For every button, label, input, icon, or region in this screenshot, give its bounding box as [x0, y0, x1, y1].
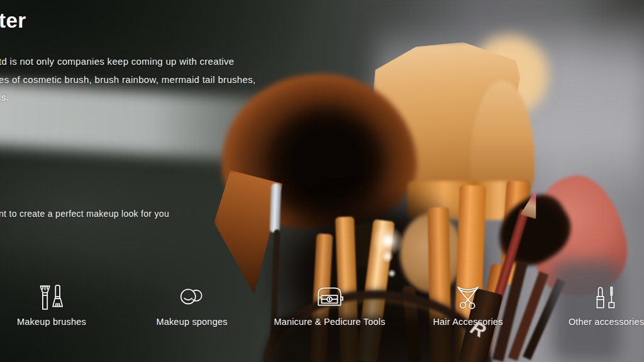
intro-line: ls. [0, 89, 255, 107]
page-title: ter [0, 9, 26, 33]
manicure-case-icon [315, 283, 344, 312]
category-makeup-brushes[interactable]: Makeup brushes [0, 283, 121, 327]
intro-paragraph: td is not only companies keep coming up … [0, 53, 255, 107]
photo-silver-ferrule [270, 184, 282, 233]
tagline-text: nt to create a perfect makeup look for y… [0, 209, 169, 219]
hero-section: R ter td is not only companies keep comi… [0, 0, 644, 362]
category-label: Hair Accessories [433, 317, 502, 327]
intro-line: es of cosmetic brush, brush rainbow, mer… [0, 71, 255, 89]
photo-bokeh-sparkle [381, 250, 394, 263]
category-label: Makeup brushes [17, 317, 86, 327]
category-other-accessories[interactable]: Other accessories [537, 283, 644, 327]
category-label: Manicure & Pedicure Tools [274, 317, 385, 327]
makeup-sponges-icon [177, 283, 206, 312]
intro-line: td is not only companies keep coming up … [0, 53, 255, 71]
category-label: Other accessories [569, 317, 644, 327]
photo-bokeh-sparkle [387, 269, 396, 278]
category-hair-accessories[interactable]: Hair Accessories [399, 283, 537, 327]
category-makeup-sponges[interactable]: Makeup sponges [123, 283, 261, 327]
lipstick-mascara-icon [592, 283, 621, 312]
makeup-brushes-icon [37, 283, 66, 312]
category-label: Makeup sponges [156, 317, 227, 327]
category-manicure-pedicure-tools[interactable]: Manicure & Pedicure Tools [260, 283, 399, 327]
hair-scissors-icon [453, 283, 482, 312]
